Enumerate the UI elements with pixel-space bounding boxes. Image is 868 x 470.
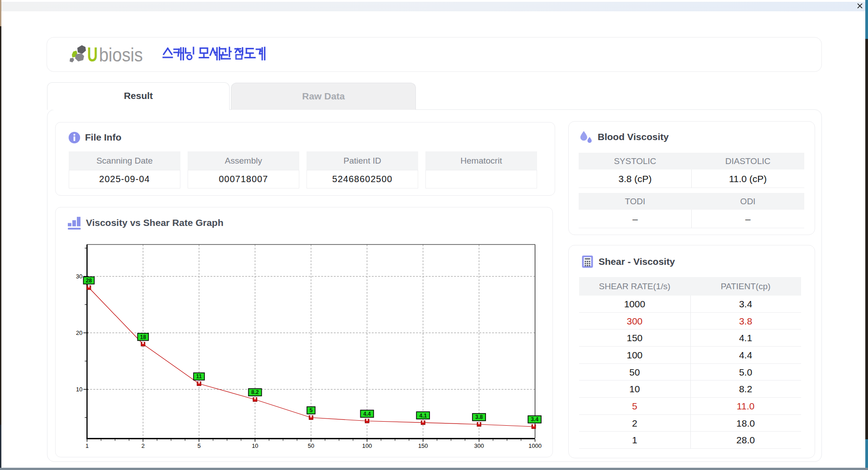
svg-text:30: 30 — [76, 273, 82, 280]
svg-text:150: 150 — [418, 442, 428, 449]
svg-text:3.8: 3.8 — [475, 414, 483, 420]
svg-text:100: 100 — [362, 442, 372, 449]
svg-text:18: 18 — [140, 334, 146, 340]
svg-text:4.4: 4.4 — [363, 411, 371, 417]
svg-text:10: 10 — [76, 386, 82, 393]
svg-text:50: 50 — [308, 442, 314, 449]
svg-text:11: 11 — [196, 373, 202, 380]
svg-text:8.2: 8.2 — [251, 389, 259, 395]
svg-text:10: 10 — [252, 442, 258, 449]
svg-text:5: 5 — [310, 407, 313, 414]
svg-text:1000: 1000 — [528, 442, 542, 449]
svg-text:300: 300 — [474, 442, 484, 449]
svg-text:20: 20 — [76, 329, 82, 336]
svg-text:3.4: 3.4 — [531, 416, 538, 423]
svg-text:5: 5 — [198, 442, 201, 449]
svg-text:2: 2 — [142, 442, 145, 449]
svg-text:28: 28 — [86, 277, 92, 284]
svg-text:4.1: 4.1 — [419, 413, 427, 419]
svg-text:1: 1 — [85, 442, 89, 449]
